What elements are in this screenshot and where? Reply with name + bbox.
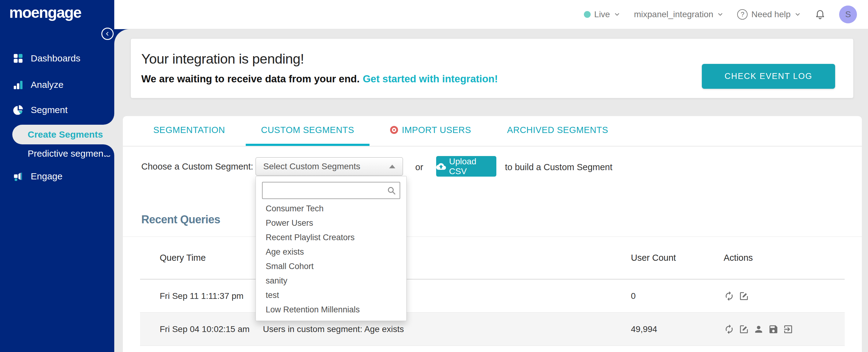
- tab-archived-segments[interactable]: ARCHIVED SEGMENTS: [492, 116, 623, 146]
- edit-icon[interactable]: [738, 324, 749, 335]
- live-status-dot-icon: [584, 11, 591, 18]
- column-header-query-time: Query Time: [140, 253, 263, 263]
- dropdown-option[interactable]: Small Cohort: [256, 259, 406, 274]
- table-header-row: Query Time User Count Actions: [140, 236, 845, 280]
- table-row: Fri Sep 11 1:11:37 pm 0: [140, 280, 845, 313]
- dropdown-option[interactable]: Consumer Tech: [256, 201, 406, 216]
- bar-chart-icon: [12, 79, 24, 91]
- tab-segmentation[interactable]: SEGMENTATION: [138, 116, 241, 146]
- environment-label: Live: [594, 9, 610, 19]
- sidebar-item-label: Create Segments: [28, 129, 103, 140]
- sidebar-curve-bottom: [103, 145, 114, 155]
- select-value: Select Custom Segments: [263, 162, 360, 171]
- search-icon: [387, 186, 397, 196]
- build-segment-text: to build a Custom Segment: [505, 162, 613, 172]
- tab-custom-segments[interactable]: CUSTOM SEGMENTS: [246, 116, 370, 146]
- sidebar-item-label: Segment: [31, 105, 68, 115]
- tab-import-users[interactable]: IMPORT USERS: [375, 116, 487, 146]
- dropdown-option[interactable]: Power Users: [256, 216, 406, 230]
- or-text: or: [415, 162, 423, 172]
- query-time-cell: Fri Sep 04 10:02:15 am: [140, 324, 263, 334]
- moengage-logo: moengage: [9, 4, 81, 22]
- recent-queries-title: Recent Queries: [141, 213, 220, 226]
- column-header-user-count: User Count: [631, 253, 724, 263]
- recent-queries-table: Query Time User Count Actions Fri Sep 11…: [140, 236, 845, 346]
- record-dot-icon: [390, 126, 398, 134]
- workspace-label: mixpanel_integration: [634, 9, 713, 19]
- upload-csv-label: Upload CSV: [449, 157, 496, 176]
- dropdown-option[interactable]: Recent Playlist Creators: [256, 230, 406, 245]
- actions-cell: [724, 291, 845, 301]
- sidebar-item-label: Analyze: [31, 79, 64, 90]
- query-cell: Users in custom segment: Age exists: [263, 324, 631, 334]
- check-event-log-button[interactable]: CHECK EVENT LOG: [702, 64, 835, 89]
- sidebar-item-label: Dashboards: [31, 53, 81, 64]
- cloud-upload-icon: [436, 162, 446, 171]
- notifications-button[interactable]: [814, 9, 826, 20]
- tab-import-users-label: IMPORT USERS: [402, 125, 471, 135]
- sidebar-collapse-button[interactable]: [101, 28, 114, 40]
- need-help-label: Need help: [751, 9, 790, 19]
- integration-pending-banner: Your integration is pending! We are wait…: [130, 38, 854, 98]
- chevron-left-icon: [104, 31, 111, 37]
- query-time-cell: Fri Sep 11 1:11:37 pm: [140, 291, 263, 301]
- workspace-switcher[interactable]: mixpanel_integration: [634, 9, 724, 19]
- triangle-up-icon: [389, 165, 395, 168]
- sidebar: moengage Dashboards Analyze Segment Crea…: [0, 0, 114, 352]
- sidebar-item-segment[interactable]: Segment: [0, 100, 114, 120]
- actions-cell: [724, 324, 845, 335]
- sidebar-curve-top: [103, 114, 114, 125]
- pie-chart-icon: [12, 104, 24, 116]
- dropdown-search-input[interactable]: [262, 183, 400, 198]
- banner-title: Your integration is pending!: [141, 51, 304, 67]
- refresh-icon[interactable]: [724, 291, 735, 301]
- refresh-icon[interactable]: [724, 324, 735, 335]
- dropdown-option[interactable]: Age exists: [256, 245, 406, 259]
- dropdown-option[interactable]: test: [256, 288, 406, 302]
- dropdown-option[interactable]: Low Retention Millennials: [256, 302, 406, 317]
- user-count-cell: 49,994: [631, 324, 724, 334]
- edit-icon[interactable]: [738, 291, 749, 301]
- megaphone-icon: [12, 170, 24, 182]
- chevron-down-icon: [717, 11, 724, 18]
- column-header-actions: Actions: [724, 253, 845, 263]
- topbar: Live mixpanel_integration ? Need help S: [114, 0, 868, 29]
- export-icon[interactable]: [783, 324, 794, 335]
- sidebar-item-predictive-segments[interactable]: Predictive segments: [0, 145, 114, 163]
- dropdown-option[interactable]: sanity: [256, 274, 406, 288]
- banner-message-text: We are waiting to receive data from your…: [141, 73, 360, 85]
- sidebar-item-create-segments[interactable]: Create Segments: [12, 125, 114, 145]
- custom-segments-dropdown: Consumer Tech Power Users Recent Playlis…: [255, 176, 407, 321]
- choose-segment-label: Choose a Custom Segment:: [141, 162, 253, 172]
- sidebar-item-analyze[interactable]: Analyze: [0, 75, 114, 95]
- sidebar-item-label: Engage: [31, 171, 62, 182]
- table-row: Fri Sep 04 10:02:15 am Users in custom s…: [140, 313, 845, 346]
- custom-segment-select[interactable]: Select Custom Segments: [255, 157, 403, 176]
- banner-message: We are waiting to receive data from your…: [141, 73, 498, 85]
- dropdown-search: [262, 182, 400, 199]
- upload-csv-button[interactable]: Upload CSV: [436, 156, 496, 177]
- bell-icon: [814, 9, 826, 20]
- segments-card: SEGMENTATION CUSTOM SEGMENTS IMPORT USER…: [123, 116, 862, 352]
- need-help-menu[interactable]: ? Need help: [737, 9, 801, 20]
- user-icon[interactable]: [753, 324, 764, 335]
- main-content: Your integration is pending! We are wait…: [114, 29, 868, 352]
- segment-tabs: SEGMENTATION CUSTOM SEGMENTS IMPORT USER…: [123, 116, 862, 147]
- sidebar-item-label: Predictive segments: [28, 148, 111, 159]
- chevron-down-icon: [614, 11, 620, 18]
- environment-switcher[interactable]: Live: [584, 9, 620, 19]
- user-avatar[interactable]: S: [839, 5, 857, 23]
- avatar-initial: S: [845, 9, 851, 19]
- grid-icon: [12, 53, 24, 64]
- get-started-link[interactable]: Get started with integration!: [363, 73, 498, 85]
- save-icon[interactable]: [768, 324, 779, 335]
- sidebar-item-dashboards[interactable]: Dashboards: [0, 49, 114, 68]
- chevron-down-icon: [794, 11, 801, 18]
- sidebar-item-engage[interactable]: Engage: [0, 166, 114, 186]
- user-count-cell: 0: [631, 291, 724, 301]
- help-icon: ?: [737, 9, 748, 20]
